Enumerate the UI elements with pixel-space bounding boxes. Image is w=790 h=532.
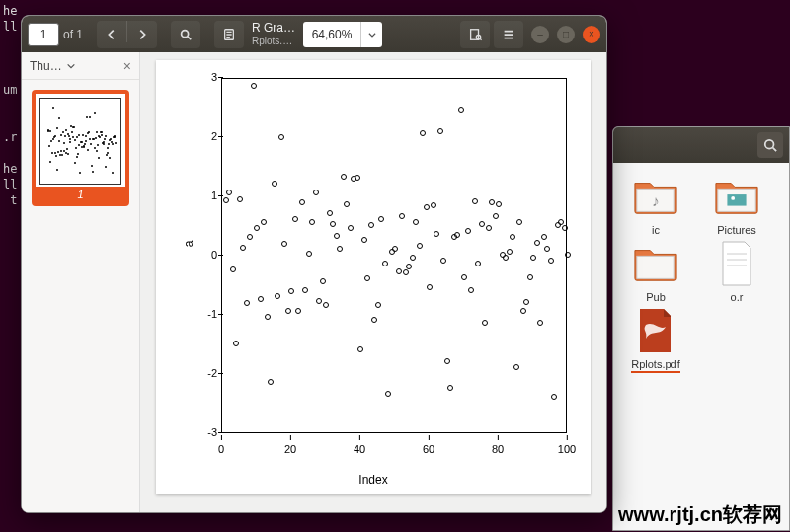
data-point [548,258,554,264]
thumbnails-title: Thu… [30,59,62,73]
close-button[interactable]: × [583,26,600,43]
page-area[interactable]: a Index -3-2-10123020406080100 [140,52,606,512]
data-point [281,241,287,247]
data-point [355,175,360,181]
data-point [413,219,419,225]
file-item[interactable]: Pub [617,240,694,303]
y-axis-label: a [182,241,196,248]
menu-button[interactable] [494,21,523,48]
data-point [251,83,257,89]
y-tick: -2 [201,367,217,379]
next-page-button[interactable] [127,21,157,48]
data-point [541,234,547,240]
file-label: Pub [646,291,666,303]
x-tick: 0 [218,443,224,455]
data-point [447,385,453,391]
data-point [348,225,354,231]
data-point [544,246,550,252]
chevron-down-icon[interactable] [66,61,76,71]
thumbnails-close-button[interactable]: × [123,58,131,74]
watermark: www.rjtj.cn软荐网 [618,501,782,528]
page-total-label: of 1 [63,28,83,41]
data-point [514,364,519,370]
data-point [302,287,308,293]
y-tick: 3 [201,71,217,83]
x-tick: 100 [558,443,576,455]
find-button[interactable] [171,21,200,48]
file-manager-header [613,127,789,163]
data-point [493,213,499,219]
minimize-button[interactable]: – [531,26,549,43]
maximize-button[interactable]: □ [557,26,575,43]
page-number-input[interactable] [28,23,59,46]
svg-point-6 [731,196,735,200]
data-point [337,246,343,252]
svg-line-1 [773,148,777,152]
data-point [424,204,430,210]
data-point [551,394,557,400]
prev-page-button[interactable] [97,21,126,48]
data-point [288,288,294,294]
data-point [265,314,271,320]
x-tick: 20 [284,443,296,455]
data-point [226,190,232,195]
data-point [371,317,377,323]
data-point [254,225,260,231]
data-point [417,243,423,249]
data-point [440,258,446,264]
data-point [475,261,481,266]
data-point [278,134,284,140]
scatter-plot [221,78,567,433]
data-point [489,199,495,205]
data-point [323,302,329,308]
thumbnails-pane: Thu… × 1 [22,52,140,512]
data-point [420,130,426,136]
data-point [523,299,529,305]
data-point [272,181,277,187]
data-point [223,197,229,203]
file-label: Pictures [717,224,756,236]
file-item[interactable]: Pictures [698,173,775,236]
data-point [330,221,336,227]
folder-icon [632,240,679,287]
data-point [292,216,298,222]
x-axis-label: Index [156,473,591,487]
thumbnail-1[interactable]: 1 [32,90,129,206]
pdf-page: a Index -3-2-10123020406080100 [156,60,591,494]
file-item[interactable]: o.r [698,240,775,303]
zoom-dropdown-button[interactable] [360,22,382,47]
annotations-button[interactable] [214,21,244,48]
data-point [406,264,412,269]
zoom-level[interactable]: 64,60% [303,22,360,47]
folder-pictures-icon [713,173,760,220]
data-point [361,237,367,243]
y-tick: -3 [201,426,217,438]
data-point [295,308,301,314]
pdf-viewer-window: of 1 R Gra… Rplots.… 64,60% – □ × T [21,15,607,513]
data-point [244,300,250,306]
data-point [396,268,402,274]
data-point [403,269,409,275]
data-point [468,287,474,293]
data-point [454,232,460,238]
data-point [378,216,384,222]
title-main: R Gra… [252,22,295,35]
file-item[interactable]: ♪ic [617,173,694,236]
data-point [375,302,381,308]
data-point [565,252,571,258]
data-point [230,266,236,272]
data-point [316,298,322,304]
data-point [520,308,526,314]
data-point [444,358,450,364]
file-item[interactable]: Rplots.pdf [617,307,694,373]
data-point [233,341,239,346]
data-point [240,245,246,251]
thumbnail-preview [40,98,121,185]
y-tick: 0 [201,249,217,261]
data-point [479,221,485,227]
properties-button[interactable] [460,21,490,48]
data-point [306,251,312,257]
search-icon[interactable] [757,132,783,158]
file-manager-body: ♪icPicturesPubo.rRplots.pdf [613,163,789,383]
data-point [434,231,439,237]
